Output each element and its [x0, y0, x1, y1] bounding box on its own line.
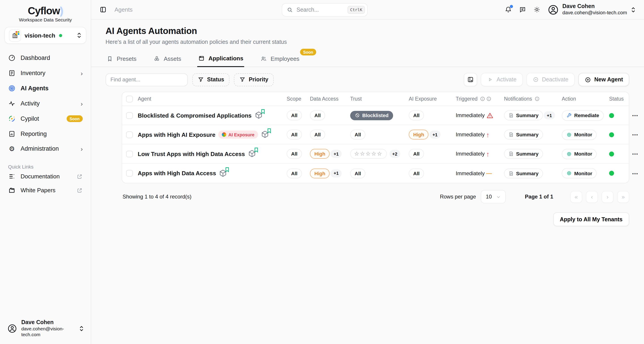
row-checkbox[interactable]: [126, 150, 133, 157]
first-page-button[interactable]: «: [570, 191, 582, 203]
column-header-status[interactable]: Status: [609, 96, 632, 101]
priority-filter-label: Priority: [249, 76, 268, 83]
main-area: Agents CtrlK: [91, 0, 644, 344]
apply-row: Apply to All My Tenants: [106, 212, 629, 226]
sidebar-user-email: dave.cohen@vision-tech.com: [21, 326, 75, 338]
trust-badge: All: [350, 130, 366, 139]
column-header-trust[interactable]: Trust: [350, 96, 409, 101]
prev-page-button[interactable]: ‹: [586, 191, 598, 203]
column-header-ai-exposure[interactable]: AI Exposure: [409, 96, 456, 101]
pagination-controls: Rows per page 10 Page 1 of 1 « ‹ › »: [440, 190, 629, 203]
quick-link-documentation[interactable]: Documentation: [4, 169, 86, 183]
sidebar-item-ai-agents[interactable]: AI Agents: [4, 81, 86, 95]
column-settings-button[interactable]: [464, 73, 478, 86]
ai-exposure-extra-badge: +1: [430, 131, 440, 139]
records-summary: Showing 1 to 4 of 4 record(s): [122, 194, 192, 200]
column-header-notifications[interactable]: Notifications: [504, 96, 562, 101]
activate-button[interactable]: Activate: [481, 73, 523, 86]
new-agent-button[interactable]: New Agent: [578, 73, 629, 86]
user-menu[interactable]: Dave Cohen dave.cohen@vision-tech.com: [547, 3, 636, 16]
column-header-severity[interactable]: [486, 96, 504, 101]
triggered-value: Immediately: [456, 112, 486, 118]
scope-badge: All: [287, 110, 302, 120]
row-checkbox[interactable]: [126, 112, 133, 119]
notifications-button[interactable]: [504, 6, 512, 13]
status-dot: [609, 113, 614, 118]
search-input[interactable]: [296, 6, 344, 13]
status-filter-button[interactable]: Status: [192, 73, 230, 86]
triggered-value: Immediately: [456, 170, 486, 176]
sidebar-item-dashboard[interactable]: Dashboard: [4, 51, 86, 65]
deactivate-button[interactable]: Deactivate: [526, 73, 575, 86]
sidebar-toggle-button[interactable]: [99, 6, 107, 13]
column-header-scope[interactable]: Scope: [287, 96, 310, 101]
sidebar-item-activity[interactable]: Activity ›: [4, 97, 86, 110]
find-agent-input[interactable]: [106, 73, 188, 86]
table-row[interactable]: Low Trust Apps with High Data Access All…: [122, 144, 629, 164]
agent-name: Apps with High Data Access: [138, 170, 216, 177]
priority-filter-button[interactable]: Priority: [234, 73, 274, 86]
sidebar-user-menu[interactable]: Dave Cohen dave.cohen@vision-tech.com: [4, 318, 86, 338]
column-header-action[interactable]: Action: [562, 96, 609, 101]
document-icon: [508, 151, 514, 156]
notification-label: Summary: [516, 151, 538, 156]
brand-mark: ): [60, 5, 63, 16]
theme-toggle-button[interactable]: [533, 6, 540, 13]
quick-link-white-papers[interactable]: White Papers: [4, 183, 86, 197]
table-footer: Showing 1 to 4 of 4 record(s) Rows per p…: [122, 190, 629, 203]
row-checkbox[interactable]: [126, 170, 133, 177]
target-icon: [8, 84, 16, 92]
column-header-triggered[interactable]: Triggered: [456, 96, 486, 101]
doc-lines-icon: [8, 173, 16, 180]
ms-colors-icon: [16, 31, 19, 35]
rows-per-page-select[interactable]: 10: [481, 190, 506, 203]
column-header-data-access[interactable]: Data Access: [310, 96, 350, 101]
table-row[interactable]: Apps with High AI Exposure AI Exposure A…: [122, 125, 629, 144]
sidebar-item-cypilot[interactable]: Cypilot Soon: [4, 112, 86, 126]
global-search[interactable]: CtrlK: [282, 3, 368, 16]
messages-button[interactable]: [518, 6, 526, 13]
package-bookmark-icon: [219, 169, 228, 178]
tab-presets[interactable]: Presets: [106, 52, 137, 67]
trust-extra-badge: +2: [389, 150, 400, 158]
report-icon: [8, 130, 16, 138]
data-access-badge: All: [310, 110, 325, 120]
sidebar-item-administration[interactable]: ⚙ Administration ›: [4, 142, 86, 155]
table-row[interactable]: Apps with High Data Access All High +1 A…: [122, 164, 629, 183]
tab-label: Employees: [270, 55, 300, 62]
sidebar-item-label: Activity: [20, 100, 40, 107]
apply-all-tenants-button[interactable]: Apply to All My Tenants: [553, 212, 629, 226]
activate-label: Activate: [497, 76, 516, 83]
action-label: Monitor: [574, 171, 592, 176]
trust-badge: All: [350, 168, 366, 178]
next-page-button[interactable]: ›: [602, 191, 614, 203]
search-shortcut-kbd: CtrlK: [348, 5, 365, 14]
topbar: Agents CtrlK: [91, 0, 644, 20]
page-indicator: Page 1 of 1: [525, 194, 553, 200]
document-icon: [508, 171, 514, 176]
soon-badge: Soon: [66, 115, 83, 122]
tab-applications[interactable]: Applications: [197, 52, 244, 67]
table-header-row: Agent Scope Data Access Trust AI Exposur…: [122, 92, 629, 106]
row-menu-button[interactable]: ⋯: [632, 170, 638, 177]
tab-assets[interactable]: Assets: [152, 52, 182, 67]
monitor-target-icon: [566, 132, 572, 137]
row-menu-button[interactable]: ⋯: [632, 112, 638, 119]
workspace-switcher[interactable]: vision-tech: [4, 27, 86, 44]
column-header-agent[interactable]: Agent: [136, 96, 287, 101]
row-menu-button[interactable]: ⋯: [632, 131, 638, 138]
last-page-button[interactable]: »: [617, 191, 629, 203]
package-bookmark-icon: [254, 111, 263, 120]
monitor-target-icon: [566, 151, 572, 157]
notification-badge: Summary: [504, 168, 543, 178]
sidebar-item-inventory[interactable]: Inventory ›: [4, 66, 86, 80]
sidebar-item-reporting[interactable]: Reporting: [4, 127, 86, 141]
ai-exposure-badge: All: [409, 168, 424, 178]
row-menu-button[interactable]: ⋯: [632, 150, 638, 157]
select-all-checkbox[interactable]: [126, 95, 133, 102]
trust-label: Blocklisted: [362, 113, 388, 118]
tab-employees[interactable]: Employees Soon: [260, 52, 300, 67]
sidebar-item-label: Administration: [20, 145, 59, 152]
table-row[interactable]: Blocklisted & Compromised Applications A…: [122, 106, 629, 125]
row-checkbox[interactable]: [126, 131, 133, 138]
